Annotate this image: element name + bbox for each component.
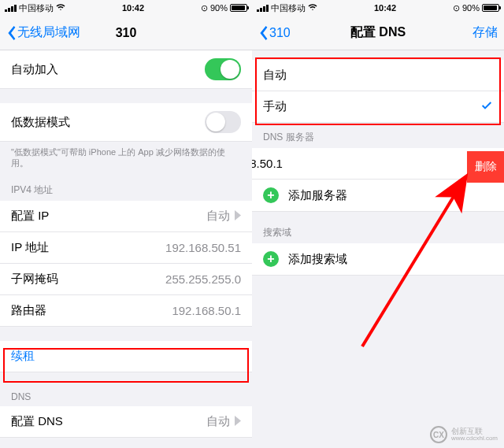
left-screenshot: 中国移动 10:42 ⊙ 90% 无线局域网 310 自动加入 xyxy=(0,0,252,448)
chevron-left-icon xyxy=(6,26,16,40)
dns-server-ip: 2.168.50.1 xyxy=(252,157,283,170)
status-time: 10:42 xyxy=(374,3,396,13)
status-bar-right: 中国移动 10:42 ⊙ 90% xyxy=(252,0,504,16)
signal-icon xyxy=(257,5,269,12)
wifi-icon xyxy=(56,2,65,13)
battery-icon xyxy=(230,4,247,12)
add-server-row[interactable]: + 添加服务器 xyxy=(252,180,504,212)
wifi-icon xyxy=(308,2,317,13)
renew-label: 续租 xyxy=(11,349,35,364)
checkmark-icon xyxy=(480,99,493,114)
back-label: 无线局域网 xyxy=(17,24,80,41)
plus-icon: + xyxy=(263,251,279,267)
dns-auto-option[interactable]: 自动 xyxy=(252,60,504,91)
router-row: 路由器 192.168.50.1 xyxy=(0,295,252,327)
right-screenshot: 中国移动 10:42 ⊙ 90% 310 配置 DNS 存储 自 xyxy=(252,0,504,448)
renew-lease-row[interactable]: 续租 xyxy=(0,341,252,372)
ip-address-label: IP 地址 xyxy=(11,240,49,255)
configure-dns-value: 自动 xyxy=(206,414,230,429)
back-button[interactable]: 无线局域网 xyxy=(6,24,80,41)
battery-icon xyxy=(482,4,499,12)
battery-pct: 90% xyxy=(462,3,480,13)
configure-dns-label: 配置 DNS xyxy=(11,414,63,429)
signal-icon xyxy=(5,5,17,12)
low-data-row[interactable]: 低数据模式 xyxy=(0,103,252,142)
add-server-label: 添加服务器 xyxy=(288,188,347,203)
configure-dns-row[interactable]: 配置 DNS 自动 xyxy=(0,406,252,438)
carrier-label: 中国移动 xyxy=(19,2,54,14)
subnet-value: 255.255.255.0 xyxy=(165,272,241,286)
back-button[interactable]: 310 xyxy=(258,26,291,40)
auto-join-label: 自动加入 xyxy=(11,62,58,77)
watermark-line2: www.cdcxhl.com xyxy=(451,435,498,442)
ip-address-value: 192.168.50.51 xyxy=(165,241,241,254)
router-value: 192.168.50.1 xyxy=(172,304,241,317)
add-domain-label: 添加搜索域 xyxy=(288,252,347,267)
watermark: CX 创新互联 www.cdcxhl.com xyxy=(430,426,498,443)
low-data-toggle[interactable] xyxy=(205,111,241,133)
low-data-footer: "低数据模式"可帮助 iPhone 上的 App 减少网络数据的使用。 xyxy=(0,142,252,176)
alarm-icon: ⊙ xyxy=(453,3,460,13)
watermark-badge: CX xyxy=(430,426,447,443)
chevron-right-icon xyxy=(235,415,241,428)
save-button[interactable]: 存储 xyxy=(472,24,498,41)
status-time: 10:42 xyxy=(122,3,144,13)
alarm-icon: ⊙ xyxy=(201,3,208,13)
auto-join-toggle[interactable] xyxy=(205,58,241,80)
low-data-label: 低数据模式 xyxy=(11,115,70,130)
battery-pct: 90% xyxy=(210,3,228,13)
nav-bar-left: 无线局域网 310 xyxy=(0,16,252,50)
dns-header: DNS xyxy=(0,383,252,406)
status-bar-left: 中国移动 10:42 ⊙ 90% xyxy=(0,0,252,16)
chevron-right-icon xyxy=(235,209,241,223)
configure-ip-value: 自动 xyxy=(206,209,230,224)
ip-address-row: IP 地址 192.168.50.51 xyxy=(0,232,252,264)
dns-server-row[interactable]: 2.168.50.1 xyxy=(252,148,504,180)
dns-manual-label: 手动 xyxy=(263,99,287,114)
delete-label: 删除 xyxy=(475,160,497,174)
subnet-label: 子网掩码 xyxy=(11,272,58,287)
router-label: 路由器 xyxy=(11,303,46,318)
auto-join-row[interactable]: 自动加入 xyxy=(0,50,252,89)
configure-ip-label: 配置 IP xyxy=(11,209,49,224)
nav-bar-right: 310 配置 DNS 存储 xyxy=(252,16,504,50)
chevron-left-icon xyxy=(258,26,268,40)
plus-icon: + xyxy=(263,187,279,203)
subnet-row: 子网掩码 255.255.255.0 xyxy=(0,264,252,295)
dns-manual-option[interactable]: 手动 xyxy=(252,91,504,123)
search-domains-header: 搜索域 xyxy=(252,212,504,243)
back-label: 310 xyxy=(269,26,291,40)
carrier-label: 中国移动 xyxy=(271,2,306,14)
delete-button[interactable]: 删除 xyxy=(467,151,504,183)
configure-ip-row[interactable]: 配置 IP 自动 xyxy=(0,201,252,232)
ipv4-header: IPV4 地址 xyxy=(0,176,252,201)
dns-servers-header: DNS 服务器 xyxy=(252,123,504,148)
dns-auto-label: 自动 xyxy=(263,68,287,83)
add-domain-row[interactable]: + 添加搜索域 xyxy=(252,243,504,276)
